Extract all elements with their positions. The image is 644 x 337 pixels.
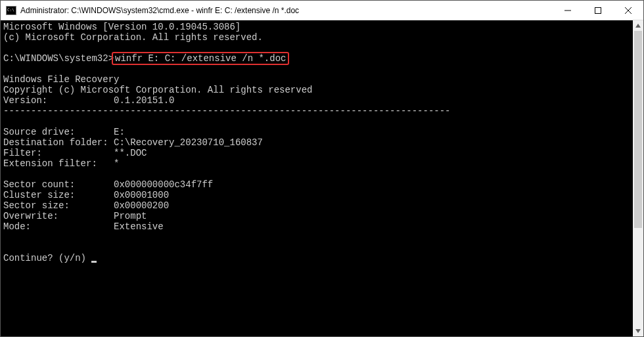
value: E: (114, 127, 125, 137)
value: **.DOC (114, 148, 147, 158)
output-line: Microsoft Windows [Version 10.0.19045.30… (3, 22, 630, 32)
value: 0x00001000 (114, 190, 169, 200)
output-line: Filter: **.DOC (3, 148, 630, 158)
output-line: Sector size: 0x00000200 (3, 200, 630, 211)
blank-line (3, 43, 630, 53)
scroll-up-button[interactable] (633, 20, 643, 31)
svg-marker-4 (635, 24, 641, 28)
vertical-scrollbar[interactable] (633, 20, 643, 336)
output-line: Source drive: E: (3, 127, 630, 137)
cmd-window: Administrator: C:\WINDOWS\system32\cmd.e… (0, 0, 644, 337)
maximize-button[interactable] (583, 1, 613, 20)
label: Version: (3, 95, 47, 106)
cmd-icon (6, 6, 16, 15)
svg-marker-5 (635, 329, 641, 333)
scroll-thumb[interactable] (634, 31, 642, 228)
continue-prompt: Continue? (y/n) (3, 253, 91, 263)
terminal-area: Microsoft Windows [Version 10.0.19045.30… (1, 20, 643, 336)
terminal-output[interactable]: Microsoft Windows [Version 10.0.19045.30… (1, 20, 633, 336)
output-line: Cluster size: 0x00001000 (3, 190, 630, 200)
titlebar[interactable]: Administrator: C:\WINDOWS\system32\cmd.e… (1, 1, 643, 20)
minimize-button[interactable] (553, 1, 583, 20)
window-title: Administrator: C:\WINDOWS\system32\cmd.e… (20, 6, 553, 15)
label: Filter: (3, 148, 42, 158)
blank-line (3, 232, 630, 242)
label: Mode: (3, 221, 31, 232)
output-line: Windows File Recovery (3, 74, 630, 85)
prompt-prefix: C:\WINDOWS\system32> (3, 53, 114, 64)
blank-line (3, 64, 630, 74)
output-line: Copyright (c) Microsoft Corporation. All… (3, 85, 630, 95)
output-line: Overwrite: Prompt (3, 211, 630, 221)
separator-line: ----------------------------------------… (3, 106, 630, 116)
prompt-line: C:\WINDOWS\system32>winfr E: C: /extensi… (3, 53, 630, 64)
continue-prompt-line: Continue? (y/n) (3, 253, 630, 263)
value: Prompt (114, 211, 147, 221)
output-line: Mode: Extensive (3, 221, 630, 232)
output-line: (c) Microsoft Corporation. All rights re… (3, 32, 630, 43)
value: 0x00000200 (114, 200, 169, 211)
command-highlight: winfr E: C: /extensive /n *.doc (112, 52, 289, 65)
value: Extensive (114, 221, 164, 232)
output-line: Sector count: 0x000000000c34f7ff (3, 179, 630, 190)
label: Sector size: (3, 200, 70, 211)
label: Source drive: (3, 127, 75, 137)
label: Destination folder: (3, 137, 108, 148)
blank-line (3, 242, 630, 253)
label: Sector count: (3, 179, 75, 190)
value: 0.1.20151.0 (114, 95, 174, 106)
cursor (91, 261, 97, 263)
value: * (114, 158, 119, 169)
value: 0x000000000c34f7ff (114, 179, 213, 190)
scroll-down-button[interactable] (633, 326, 643, 336)
blank-line (3, 169, 630, 179)
output-line: Destination folder: C:\Recovery_20230710… (3, 137, 630, 148)
close-button[interactable] (613, 1, 643, 20)
window-controls (553, 1, 643, 20)
label: Cluster size: (3, 190, 75, 200)
label: Extension filter: (3, 158, 97, 169)
value: C:\Recovery_20230710_160837 (114, 137, 263, 148)
blank-line (3, 116, 630, 127)
output-line: Extension filter: * (3, 158, 630, 169)
label: Overwrite: (3, 211, 58, 221)
svg-rect-1 (595, 7, 601, 13)
output-line: Version: 0.1.20151.0 (3, 95, 630, 106)
